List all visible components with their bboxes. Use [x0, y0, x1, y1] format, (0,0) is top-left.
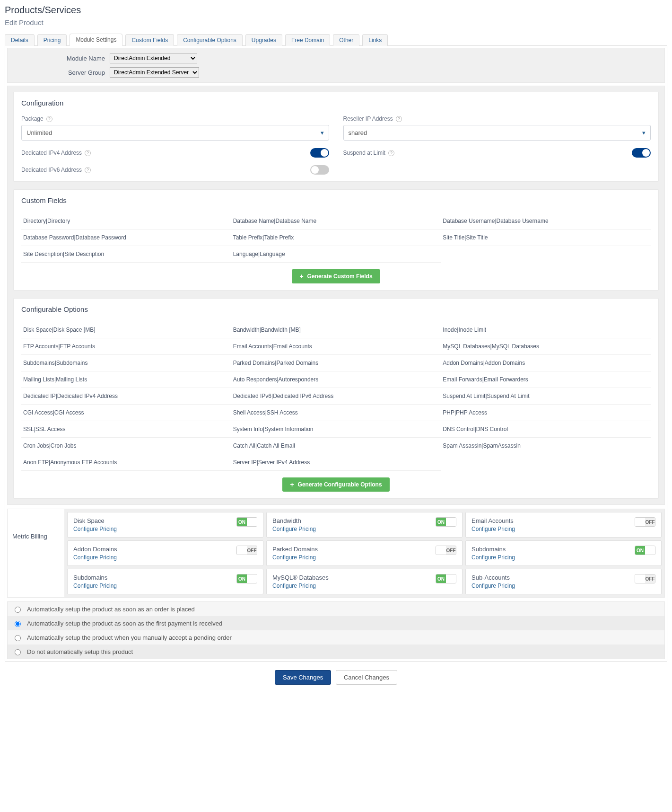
configure-pricing-link[interactable]: Configure Pricing: [471, 526, 515, 532]
ipv6-label: Dedicated IPv6 Address ?: [21, 167, 91, 173]
auto-setup-label: Automatically setup the product when you…: [27, 634, 232, 641]
configure-pricing-link[interactable]: Configure Pricing: [272, 526, 316, 532]
auto-setup-option[interactable]: Automatically setup the product as soon …: [8, 616, 664, 630]
save-button[interactable]: Save Changes: [275, 670, 331, 685]
auto-setup-radio[interactable]: [15, 635, 21, 641]
auto-setup-option[interactable]: Do not automatically setup this product: [8, 644, 664, 659]
tab-pricing[interactable]: Pricing: [37, 34, 67, 46]
list-item: Mailing Lists|Mailing Lists: [21, 371, 231, 388]
list-item: Database Password|Database Password: [21, 229, 231, 246]
list-item: Subdomains|Subdomains: [21, 355, 231, 371]
configure-pricing-link[interactable]: Configure Pricing: [272, 554, 318, 561]
configure-pricing-link[interactable]: Configure Pricing: [471, 554, 515, 561]
module-name-select[interactable]: DirectAdmin Extended: [110, 53, 197, 63]
metric-card: Email AccountsConfigure PricingONOFF: [465, 512, 662, 538]
list-item: Database Name|Database Name: [231, 213, 441, 229]
metric-toggle[interactable]: ONOFF: [635, 517, 655, 527]
suspend-toggle[interactable]: [632, 148, 651, 158]
list-item: Cron Jobs|Cron Jobs: [21, 438, 231, 454]
plus-icon: +: [290, 481, 294, 488]
list-item: Database Username|Database Username: [441, 213, 651, 229]
configure-pricing-link[interactable]: Configure Pricing: [73, 554, 117, 561]
metric-card: SubdomainsConfigure PricingONOFF: [67, 569, 263, 594]
page-subtitle: Edit Product: [5, 18, 667, 26]
tab-configurable-options[interactable]: Configurable Options: [177, 34, 243, 46]
list-item: PHP|PHP Access: [441, 405, 651, 421]
metric-card: MySQL® DatabasesConfigure PricingONOFF: [266, 569, 463, 594]
metric-toggle[interactable]: ONOFF: [236, 574, 257, 583]
list-item: Bandwidth|Bandwidth [MB]: [231, 322, 441, 338]
list-item: Email Accounts|Email Accounts: [231, 338, 441, 355]
list-item: Email Forwards|Email Forwarders: [441, 371, 651, 388]
metric-toggle[interactable]: ONOFF: [436, 517, 456, 527]
server-group-select[interactable]: DirectAdmin Extended Server: [110, 67, 199, 78]
metric-card: SubdomainsConfigure PricingONOFF: [465, 540, 662, 566]
tab-module-settings[interactable]: Module Settings: [70, 34, 122, 46]
reseller-ip-select[interactable]: shared ▾: [343, 125, 651, 141]
list-item: Shell Access|SSH Access: [231, 405, 441, 421]
list-item: Site Title|Site Title: [441, 229, 651, 246]
ipv4-label: Dedicated IPv4 Address ?: [21, 150, 91, 156]
list-item: Table Prefix|Table Prefix: [231, 229, 441, 246]
help-icon[interactable]: ?: [396, 116, 402, 122]
help-icon[interactable]: ?: [85, 150, 91, 156]
list-item: Server IP|Server IPv4 Address: [231, 454, 441, 471]
configure-pricing-link[interactable]: Configure Pricing: [73, 583, 117, 589]
metric-toggle[interactable]: ONOFF: [436, 574, 456, 583]
auto-setup-label: Automatically setup the product as soon …: [27, 606, 195, 613]
configurable-options-card: Configurable Options Disk Space|Disk Spa…: [13, 298, 659, 499]
cancel-button[interactable]: Cancel Changes: [336, 670, 397, 685]
auto-setup-label: Automatically setup the product as soon …: [27, 620, 222, 627]
list-item: SSL|SSL Access: [21, 421, 231, 438]
generate-custom-fields-button[interactable]: + Generate Custom Fields: [292, 269, 380, 283]
metric-toggle[interactable]: ONOFF: [635, 574, 655, 583]
metric-card: BandwidthConfigure PricingONOFF: [266, 512, 463, 538]
metric-billing-section: Metric Billing Disk SpaceConfigure Prici…: [7, 509, 665, 598]
page-title: Products/Services: [5, 5, 667, 16]
module-panel: Module Name DirectAdmin Extended Server …: [5, 46, 667, 662]
metric-toggle[interactable]: ONOFF: [436, 546, 456, 555]
metric-card: Sub-AccountsConfigure PricingONOFF: [465, 569, 662, 594]
help-icon[interactable]: ?: [46, 116, 52, 122]
list-item: Parked Domains|Parked Domains: [231, 355, 441, 371]
list-item: Spam Assassin|SpamAssassin: [441, 438, 651, 454]
auto-setup-radio[interactable]: [15, 607, 21, 613]
plus-icon: +: [299, 273, 303, 280]
list-item: Dedicated IPv6|Dedicated IPv6 Address: [231, 388, 441, 405]
metric-toggle[interactable]: ONOFF: [236, 517, 257, 527]
ipv6-toggle[interactable]: [310, 165, 329, 175]
tab-upgrades[interactable]: Upgrades: [245, 34, 282, 46]
list-item: Language|Language: [231, 246, 441, 263]
tab-details[interactable]: Details: [5, 34, 35, 46]
auto-setup-option[interactable]: Automatically setup the product when you…: [8, 630, 664, 644]
auto-setup-radio[interactable]: [15, 621, 21, 627]
custom-fields-card: Custom Fields Directory|DirectoryDatabas…: [13, 189, 659, 291]
tab-custom-fields[interactable]: Custom Fields: [125, 34, 174, 46]
help-icon[interactable]: ?: [85, 167, 91, 173]
chevron-down-icon: ▾: [321, 129, 324, 136]
package-select[interactable]: Unlimited ▾: [21, 125, 329, 141]
configuration-title: Configuration: [21, 99, 651, 107]
module-head: Module Name DirectAdmin Extended Server …: [7, 48, 665, 83]
tab-free-domain[interactable]: Free Domain: [285, 34, 330, 46]
ipv4-toggle[interactable]: [310, 148, 329, 158]
configure-pricing-link[interactable]: Configure Pricing: [471, 583, 515, 589]
configure-pricing-link[interactable]: Configure Pricing: [73, 526, 117, 532]
configure-pricing-link[interactable]: Configure Pricing: [272, 583, 329, 589]
help-icon[interactable]: ?: [388, 150, 394, 156]
auto-setup-options: Automatically setup the product as soon …: [7, 601, 665, 659]
list-item: Inode|Inode Limit: [441, 322, 651, 338]
metric-card: Disk SpaceConfigure PricingONOFF: [67, 512, 263, 538]
tab-links[interactable]: Links: [362, 34, 388, 46]
metric-name: MySQL® Databases: [272, 574, 329, 581]
metric-toggle[interactable]: ONOFF: [236, 546, 257, 555]
auto-setup-option[interactable]: Automatically setup the product as soon …: [8, 602, 664, 616]
tab-other[interactable]: Other: [333, 34, 359, 46]
configuration-card: Configuration Package ? Unlimited ▾ Dedi…: [13, 92, 659, 182]
generate-configurable-options-button[interactable]: + Generate Configurable Options: [282, 477, 389, 492]
metric-toggle[interactable]: ONOFF: [635, 546, 655, 555]
list-item: DNS Control|DNS Control: [441, 421, 651, 438]
list-item: CGI Access|CGI Access: [21, 405, 231, 421]
auto-setup-label: Do not automatically setup this product: [27, 648, 133, 655]
auto-setup-radio[interactable]: [15, 649, 21, 655]
